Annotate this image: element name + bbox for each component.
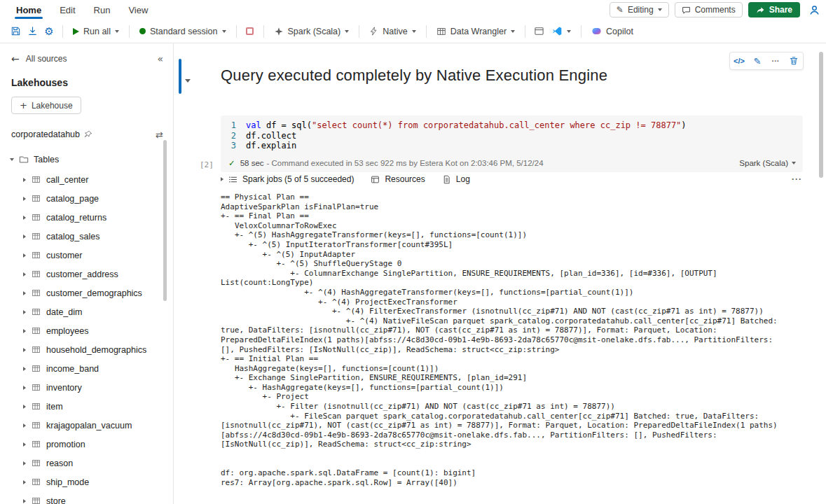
data-wrangler-button[interactable]: Data Wrangler	[432, 24, 520, 39]
collapse-panel-icon[interactable]: «	[157, 53, 163, 64]
code-view-button[interactable]: </>	[730, 52, 748, 69]
copilot-button[interactable]: Copilot	[586, 23, 638, 39]
cell-output: == Physical Plan == AdaptiveSparkPlan is…	[221, 192, 781, 487]
table-row[interactable]: income_band	[0, 359, 173, 378]
back-arrow-icon[interactable]: ←	[11, 53, 20, 64]
more-options-button[interactable]: ···	[766, 52, 785, 69]
cell-status-bar: ✓ 58 sec - Command executed in 53 sec 92…	[221, 154, 803, 172]
table-item-label: date_dim	[46, 307, 82, 317]
table-icon	[32, 364, 41, 373]
sidebar-scrollbar[interactable]	[163, 140, 167, 301]
table-row[interactable]: call_center	[0, 170, 173, 189]
table-row[interactable]: inventory	[0, 378, 173, 397]
table-row[interactable]: item	[0, 397, 173, 416]
chevron-right-icon	[23, 386, 26, 390]
table-icon	[32, 421, 41, 430]
chevron-down-icon	[10, 158, 14, 161]
session-status-button[interactable]: Standard session	[135, 24, 231, 39]
table-row[interactable]: store	[0, 491, 173, 504]
table-row[interactable]: customer	[0, 246, 173, 265]
table-row[interactable]: promotion	[0, 435, 173, 454]
table-item-label: income_band	[46, 364, 99, 374]
toolbar-divider	[129, 25, 130, 38]
markdown-cell-title: Query executed completely by Native Exec…	[221, 66, 607, 85]
chevron-down-icon	[792, 162, 796, 164]
table-row[interactable]: date_dim	[0, 302, 173, 321]
table-item-label: call_center	[46, 175, 88, 185]
toolbar-divider	[359, 25, 359, 38]
table-icon	[32, 175, 41, 184]
output-more-button[interactable]: ···	[792, 174, 802, 184]
toolbar-divider	[525, 25, 525, 38]
table-row[interactable]: catalog_page	[0, 189, 173, 208]
execution-count: [2]	[200, 160, 214, 169]
tab-resources[interactable]: Resources	[371, 174, 425, 184]
tab-edit[interactable]: Edit	[50, 0, 84, 20]
table-row[interactable]: ship_mode	[0, 472, 173, 491]
spark-jobs-toggle[interactable]: Spark jobs (5 of 5 succeeded)	[221, 174, 354, 184]
table-row[interactable]: customer_address	[0, 265, 173, 284]
comments-button[interactable]: Comments	[675, 2, 743, 18]
table-row[interactable]: krajagopalan_vacuum	[0, 416, 173, 435]
table-icon	[32, 496, 41, 504]
cell-language-selector[interactable]: Spark (Scala)	[739, 159, 796, 167]
output-tabs-row: Spark jobs (5 of 5 succeeded) Resources …	[221, 174, 802, 184]
menu-tabs: Home Edit Run View	[7, 0, 157, 20]
log-label: Log	[456, 174, 470, 184]
tables-group-label: Tables	[34, 155, 59, 164]
chevron-down-icon	[115, 30, 119, 33]
execution-engine-button[interactable]: Native	[364, 24, 420, 39]
save-button[interactable]	[7, 23, 24, 40]
table-row[interactable]: catalog_returns	[0, 208, 173, 227]
chevron-down-icon	[412, 30, 416, 33]
export-button[interactable]	[24, 23, 41, 40]
open-in-vscode-button[interactable]	[547, 23, 576, 39]
table-icon	[32, 458, 41, 468]
spark-language-icon	[274, 27, 284, 36]
add-lakehouse-button[interactable]: + Lakehouse	[11, 97, 81, 114]
settings-gear-button[interactable]: ⚙	[41, 23, 57, 40]
tab-log[interactable]: Log	[442, 174, 470, 184]
pin-icon[interactable]	[84, 130, 92, 139]
tab-home[interactable]: Home	[7, 0, 50, 20]
stop-session-button[interactable]	[242, 23, 259, 40]
open-panel-button[interactable]	[530, 23, 547, 40]
table-row[interactable]: employees	[0, 321, 173, 340]
plus-icon: +	[20, 100, 27, 111]
table-icon	[32, 402, 41, 411]
chevron-right-icon	[221, 177, 223, 181]
lakehouses-heading: Lakehouses	[0, 64, 173, 88]
tab-view[interactable]: View	[119, 0, 157, 20]
tab-run-label: Run	[94, 5, 111, 15]
editing-label: Editing	[628, 5, 654, 15]
table-row[interactable]: reason	[0, 454, 173, 472]
tab-run[interactable]: Run	[85, 0, 120, 20]
chevron-right-icon	[23, 272, 26, 276]
share-icon	[756, 6, 765, 15]
edit-cell-button[interactable]: ✎	[748, 52, 766, 69]
main-scrollbar[interactable]	[819, 52, 823, 178]
account-avatar-icon[interactable]	[808, 4, 820, 16]
table-icon	[32, 345, 41, 354]
all-sources-link[interactable]: All sources	[26, 54, 67, 64]
table-row[interactable]: household_demographics	[0, 340, 173, 359]
share-button[interactable]: Share	[748, 2, 800, 18]
delete-cell-button[interactable]	[785, 52, 803, 69]
sidebar-header: ← All sources «	[0, 43, 173, 64]
download-icon	[27, 26, 38, 36]
session-label: Standard session	[150, 27, 218, 36]
editing-mode-button[interactable]: ✎ Editing	[610, 2, 669, 18]
switch-source-icon[interactable]: ⇄	[156, 130, 163, 140]
table-row[interactable]: customer_demographics	[0, 284, 173, 302]
table-row[interactable]: catalog_sales	[0, 227, 173, 246]
run-all-button[interactable]: Run all	[68, 24, 124, 39]
table-icon	[32, 288, 41, 298]
panel-icon	[534, 26, 544, 36]
notebook-language-button[interactable]: Spark (Scala)	[269, 24, 355, 39]
table-item-label: krajagopalan_vacuum	[46, 421, 132, 430]
tables-group-toggle[interactable]: Tables	[0, 150, 173, 169]
table-icon	[32, 477, 41, 486]
code-editor[interactable]: 1val df = sql("select count(*) from corp…	[221, 120, 803, 151]
collapse-cell-button[interactable]	[185, 73, 191, 85]
lakehouse-item[interactable]: corporatedatahub ⇄	[0, 125, 173, 144]
